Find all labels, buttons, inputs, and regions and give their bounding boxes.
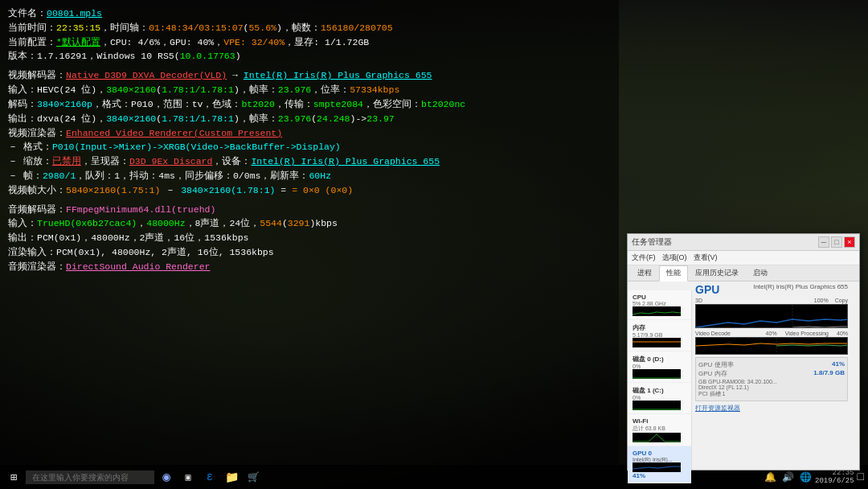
menu-view[interactable]: 查看(V): [694, 253, 718, 263]
stat-row-gpu-usage: GPU 使用率 41%: [698, 360, 845, 369]
store-icon[interactable]: 🛒: [244, 467, 263, 487]
mixinput-line: 渲染输入：PCM(0x1), 48000Hz, 2声道, 16位, 1536kb…: [8, 245, 611, 260]
filename-label: 文件名：: [8, 8, 47, 18]
stat-vram-val: 1.8/7.9 GB: [813, 369, 845, 378]
decode-line: 解码：3840×2160p，格式：P010，范围：tv，色域：bt2020，传输…: [8, 97, 611, 112]
task-tabs: 进程 性能 应用历史记录 启动: [628, 265, 859, 281]
sidebar-wifi[interactable]: Wi-Fi 总计 63.8 KB: [628, 414, 691, 446]
format-line: － 格式：P010(Input->Mixer)->XRGB(Video->Bac…: [8, 140, 611, 154]
edge-icon[interactable]: ε: [200, 467, 219, 487]
config-value: *默认配置: [56, 37, 100, 47]
info-panel: 文件名：00801.mpls 当前时间：22:35:15，时间轴：01:48:3…: [0, 0, 619, 466]
version-line: 版本：1.7.16291，Windows 10 RS5(10.0.17763): [8, 49, 611, 64]
renderer-line: 视频渲染器：Enhanced Video Renderer(Custom Pre…: [8, 126, 611, 141]
graph-label-vd-pct: 40%: [766, 331, 777, 336]
graph-label-vd: Video Decode: [695, 331, 731, 336]
task-window-controls[interactable]: ─ □ ×: [818, 236, 855, 248]
sidebar-gpu[interactable]: GPU 0 Intel(R) Iris(R)... 41%: [628, 446, 691, 483]
frames: 156180/280705: [321, 23, 393, 33]
sidebar-disk1[interactable]: 磁盘 1 (C:) 0%: [628, 383, 691, 414]
current-time: 22:35:15: [56, 23, 100, 33]
framesize-line: 视频帧大小：5840×2160(1.75:1) － 3840×2160(1.78…: [8, 183, 611, 198]
graph-label-vp: Video Processing: [785, 331, 829, 336]
audio-renderer: DirectSound Audio Renderer: [66, 261, 210, 272]
stat-row-vram: GPU 内存 1.8/7.9 GB: [698, 369, 845, 378]
graph-label-3d-pct: 100%: [814, 298, 829, 303]
sidebar-memory[interactable]: 内存 5.17/9.9 GB: [628, 320, 691, 351]
timeline: 01:48:34/03:15:07: [149, 23, 243, 33]
minimize-button[interactable]: ─: [818, 236, 829, 248]
stat-gpu-usage-val: 41%: [832, 360, 845, 369]
gpu-vd-graph: [695, 337, 848, 355]
format-value: P010(Input->Mixer)->XRGB(Video->BackBuff…: [52, 142, 341, 152]
config-line: 当前配置：*默认配置，CPU: 4/6%，GPU: 40%，VPE: 32/40…: [8, 35, 611, 50]
task-sidebar: CPU 5% 2.88 GHz 内存 5.17/9.9 GB 磁盘 0 (D:)…: [628, 290, 692, 470]
adecoder-line: 音频解码器：FFmpegMinimum64.dll(truehd): [8, 203, 611, 217]
gpu-3d-graph: [695, 304, 848, 328]
device-value: Intel(R) Iris(R) Plus Graphics 655: [251, 156, 440, 166]
timeline-pct: 55.6%: [248, 23, 276, 33]
graph-label-3d: 3D: [695, 298, 727, 303]
taskview-icon[interactable]: ▣: [178, 467, 198, 487]
task-manager-window: 任务管理器 ─ □ × 文件(F) 选项(O) 查看(V) 进程 性能 应用历史…: [627, 233, 860, 471]
menu-options[interactable]: 选项(O): [662, 253, 687, 263]
sidebar-disk0[interactable]: 磁盘 0 (D:) 0%: [628, 351, 691, 383]
task-menubar: 文件(F) 选项(O) 查看(V): [628, 251, 859, 265]
graph-label-vp-pct: 40%: [837, 331, 848, 336]
tab-process[interactable]: 进程: [630, 265, 659, 281]
decoder-gpu: Intel(R) Iris(R) Plus Graphics 655: [244, 70, 432, 80]
audio-decoder: FFmpegMinimum64.dll(truehd): [66, 204, 215, 215]
task-content-area: CPU 5% 2.88 GHz 内存 5.17/9.9 GB 磁盘 0 (D:)…: [628, 281, 859, 481]
renderer-name: Enhanced Video Renderer(Custom Present): [66, 128, 282, 138]
stat-driver: GB GPU-RAM008: 34.20.100...: [698, 379, 845, 384]
input-line: 输入：HEVC(24 位)，3840×2160(1.78:1/1.78:1)，帧…: [8, 83, 611, 97]
gpu-header: GPU: [695, 283, 719, 296]
task-main-area: GPU Intel(R) Iris(R) Plus Graphics 655 3…: [694, 281, 850, 481]
cortana-icon[interactable]: ◉: [157, 467, 176, 487]
aoutput-line: 输出：PCM(0x1)，48000Hz，2声道，16位，1536kbps: [8, 231, 611, 245]
resource-monitor-link[interactable]: 打开资源监视器: [695, 404, 848, 413]
maximize-button[interactable]: □: [831, 236, 842, 248]
search-input[interactable]: [26, 471, 154, 484]
task-titlebar: 任务管理器 ─ □ ×: [628, 234, 859, 251]
frame-line: － 帧：2980/1，队列：1，抖动：4ms，同步偏移：0/0ms，刷新率：60…: [8, 169, 611, 183]
video-decoder: Native D3D9 DXVA Decoder(VLD): [66, 70, 227, 80]
tab-performance[interactable]: 性能: [659, 265, 688, 281]
stat-gpu-usage-label: GPU 使用率: [698, 360, 734, 369]
vdecoder-line: 视频解码器：Native D3D9 DXVA Decoder(VLD) → In…: [8, 68, 611, 83]
stat-directx: DirectX 12 (FL 12.1): [698, 384, 845, 390]
arenderer-line: 音频渲染器：DirectSound Audio Renderer: [8, 260, 611, 274]
sidebar-cpu[interactable]: CPU 5% 2.88 GHz: [628, 290, 691, 320]
scale-line: － 缩放：已禁用，呈现器：D3D 9Ex Discard，设备：Intel(R)…: [8, 154, 611, 169]
output-line: 输出：dxva(24 位)，3840×2160(1.78:1/1.78:1)，帧…: [8, 112, 611, 126]
task-title: 任务管理器: [632, 236, 672, 248]
menu-file[interactable]: 文件(F): [632, 253, 656, 263]
gpu-name: Intel(R) Iris(R) Plus Graphics 655: [753, 283, 848, 290]
stat-pci: PCI 插槽 1: [698, 390, 845, 398]
time-line: 当前时间：22:35:15，时间轴：01:48:34/03:15:07(55.6…: [8, 21, 611, 35]
graph-label-copy: Copy: [835, 298, 848, 303]
filename-line: 文件名：00801.mpls: [8, 6, 611, 21]
tab-startup[interactable]: 启动: [746, 265, 775, 281]
filename-value: 00801.mpls: [47, 8, 102, 18]
tab-history[interactable]: 应用历史记录: [688, 265, 746, 281]
ainput-line: 输入：TrueHD(0x6b27cac4)，48000Hz，8声道，24位，55…: [8, 216, 611, 231]
gpu-stats: GPU 使用率 41% GPU 内存 1.8/7.9 GB GB GPU-RAM…: [695, 357, 848, 401]
explorer-icon[interactable]: 📁: [222, 467, 241, 487]
close-button[interactable]: ×: [844, 236, 855, 248]
start-button[interactable]: ⊞: [4, 467, 23, 487]
presenter-value: D3D 9Ex Discard: [129, 156, 213, 166]
stat-vram-label: GPU 内存: [698, 369, 727, 378]
